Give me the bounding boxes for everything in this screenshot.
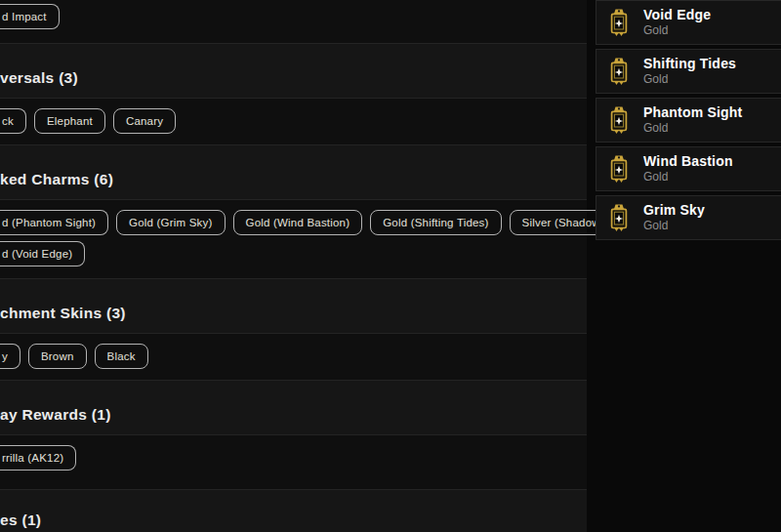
chips-row: y Brown Black xyxy=(0,333,587,380)
season-title: Grim Sky xyxy=(643,203,705,218)
section-header: es (1) xyxy=(0,489,587,532)
season-card-text: Shifting Tides Gold xyxy=(643,57,736,86)
section-header-label: ay Rewards (1) xyxy=(0,406,111,423)
item-chip[interactable]: Gold (Wind Bastion) xyxy=(233,210,363,235)
item-chip[interactable]: Gold (Grim Sky) xyxy=(116,210,225,235)
item-chip[interactable]: rrilla (AK12) xyxy=(0,445,76,471)
season-card-text: Void Edge Gold xyxy=(643,8,711,37)
season-card[interactable]: Shifting Tides Gold xyxy=(596,49,781,94)
season-card-text: Grim Sky Gold xyxy=(643,203,705,232)
section-header: chment Skins (3) xyxy=(0,278,587,333)
item-chip[interactable]: d (Void Edge) xyxy=(0,241,85,266)
chips-row: ck Elephant Canary xyxy=(0,98,587,144)
season-card[interactable]: Grim Sky Gold xyxy=(596,195,781,240)
season-card[interactable]: Phantom Sight Gold xyxy=(596,98,781,143)
item-chip[interactable]: Black xyxy=(95,344,148,369)
gold-charm-banner-icon xyxy=(607,105,631,135)
section-header: ay Rewards (1) xyxy=(0,380,587,434)
season-title: Void Edge xyxy=(643,8,711,22)
item-chip[interactable]: ck xyxy=(0,108,26,134)
chips-row: rrilla (AK12) xyxy=(0,434,587,489)
section-header-label: versals (3) xyxy=(0,69,78,86)
chips-row: d (Phantom Sight) Gold (Grim Sky) Gold (… xyxy=(0,199,587,278)
gold-charm-banner-icon xyxy=(607,57,631,86)
season-title: Wind Bastion xyxy=(643,154,733,169)
item-chip[interactable]: d Impact xyxy=(0,4,60,29)
inventory-page: d Impact versals (3) ck Elephant Canary … xyxy=(0,0,781,532)
item-chip[interactable]: Brown xyxy=(28,344,87,369)
item-chip[interactable]: Elephant xyxy=(34,108,105,134)
chips-row: d Impact xyxy=(0,0,587,43)
main-content: d Impact versals (3) ck Elephant Canary … xyxy=(0,0,587,532)
section-header-label: es (1) xyxy=(0,512,41,528)
section-header: versals (3) xyxy=(0,43,587,98)
season-sidebar: Void Edge Gold Shifting Tides Gold Phant… xyxy=(596,0,781,244)
gold-charm-banner-icon xyxy=(607,154,631,184)
section-header: ked Charms (6) xyxy=(0,144,587,199)
gold-charm-banner-icon xyxy=(607,203,631,232)
season-card-text: Phantom Sight Gold xyxy=(643,105,742,135)
season-rarity: Gold xyxy=(643,171,733,184)
season-card[interactable]: Wind Bastion Gold xyxy=(596,146,781,191)
season-rarity: Gold xyxy=(643,73,736,86)
section-header-label: ked Charms (6) xyxy=(0,171,113,187)
season-card[interactable]: Void Edge Gold xyxy=(596,0,781,45)
season-rarity: Gold xyxy=(643,24,711,37)
item-chip[interactable]: y xyxy=(0,344,21,369)
season-rarity: Gold xyxy=(643,220,705,232)
gold-charm-banner-icon xyxy=(607,8,631,37)
item-chip[interactable]: Gold (Shifting Tides) xyxy=(370,210,501,235)
season-title: Shifting Tides xyxy=(643,57,736,71)
item-chip[interactable]: d (Phantom Sight) xyxy=(0,210,108,235)
season-card-text: Wind Bastion Gold xyxy=(643,154,733,184)
section-header-label: chment Skins (3) xyxy=(0,305,126,321)
season-title: Phantom Sight xyxy=(643,105,742,120)
item-chip[interactable]: Canary xyxy=(113,108,176,134)
season-rarity: Gold xyxy=(643,122,742,135)
